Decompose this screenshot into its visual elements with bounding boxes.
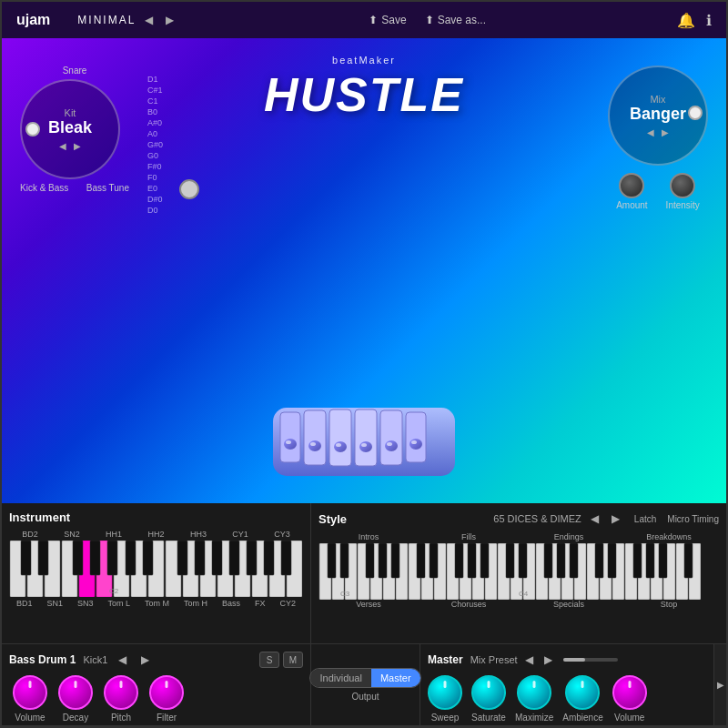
note-f0: F0 xyxy=(147,173,163,182)
kit-prev-btn[interactable]: ◀ xyxy=(59,141,66,151)
output-toggle: Individual Master xyxy=(309,668,420,688)
master-toggle[interactable]: Master xyxy=(371,669,420,687)
mix-next-btn[interactable]: ▶ xyxy=(662,127,669,137)
svg-rect-2 xyxy=(304,410,326,465)
preset-next-btn[interactable]: ▶ xyxy=(162,12,177,28)
filter-knob-label: Filter xyxy=(157,713,177,723)
bass-tune-slider[interactable] xyxy=(179,179,199,199)
sweep-knob-unit: Sweep xyxy=(428,675,462,723)
style-bottom-labels: Verses Choruses Specials Stop xyxy=(318,600,719,609)
svg-text:C3: C3 xyxy=(340,590,350,598)
mix-prev-btn[interactable]: ◀ xyxy=(647,127,654,137)
mix-preset-next-btn[interactable]: ▶ xyxy=(541,652,556,668)
kit-next-btn[interactable]: ▶ xyxy=(74,141,81,151)
inst-label-sn2: SN2 xyxy=(64,530,80,539)
master-volume-knob[interactable] xyxy=(612,675,647,710)
saturate-label: Saturate xyxy=(471,713,506,723)
decay-knob[interactable] xyxy=(58,675,93,710)
sweep-knob[interactable] xyxy=(428,675,462,710)
note-ds0: D#0 xyxy=(147,195,163,204)
mix-value: Banger xyxy=(630,105,686,124)
m-button[interactable]: M xyxy=(283,652,303,668)
bass-drum-title: Bass Drum 1 xyxy=(9,653,76,666)
style-prev-btn[interactable]: ◀ xyxy=(587,511,602,527)
master-title: Master xyxy=(428,653,463,666)
svg-point-7 xyxy=(284,439,297,450)
svg-rect-5 xyxy=(380,410,402,465)
instrument-piano-svg: C2 xyxy=(9,541,302,597)
logo: ujam xyxy=(16,12,50,28)
notification-icon[interactable]: 🔔 xyxy=(677,12,695,29)
svg-rect-84 xyxy=(379,543,387,578)
mix-preset-prev-btn[interactable]: ◀ xyxy=(521,652,537,668)
ambience-knob-unit: Ambience xyxy=(562,675,602,723)
kick-preset-name: Kick1 xyxy=(83,654,107,665)
svg-rect-85 xyxy=(391,543,399,578)
pitch-knob-label: Pitch xyxy=(111,713,131,723)
svg-rect-90 xyxy=(480,543,489,578)
note-d0: D0 xyxy=(147,206,163,215)
mix-preset-label: Mix Preset xyxy=(470,654,518,665)
svg-rect-3 xyxy=(329,410,351,466)
scroll-up-arrow[interactable]: ▶ xyxy=(715,678,726,692)
s-button[interactable]: S xyxy=(259,652,279,668)
saturate-knob[interactable] xyxy=(471,675,506,710)
svg-rect-48 xyxy=(264,541,274,575)
note-fs0: F#0 xyxy=(147,162,163,171)
instrument-bottom-labels: BD1 SN1 SN3 Tom L Tom M Tom H Bass FX CY… xyxy=(9,599,303,608)
bass-drum-header: Bass Drum 1 Kick1 ◀ ▶ S M xyxy=(9,652,303,668)
master-volume-knob-unit: Volume xyxy=(612,675,647,723)
top-bar-center: ⬆ Save ⬆ Save as... xyxy=(177,14,677,26)
note-cs1: C#1 xyxy=(147,86,163,95)
preset-nav: MINIMAL ◀ ▶ xyxy=(77,12,177,28)
style-intros: Intros xyxy=(318,532,419,541)
master-header: Master Mix Preset ◀ ▶ xyxy=(428,652,706,668)
svg-rect-39 xyxy=(90,541,100,575)
save-button[interactable]: ⬆ Save xyxy=(369,14,406,26)
svg-rect-92 xyxy=(519,543,527,578)
svg-rect-49 xyxy=(281,541,291,575)
synth-area: beatMaker HUSTLE xyxy=(2,38,726,503)
kit-arrows: ◀ ▶ xyxy=(59,141,81,151)
svg-rect-100 xyxy=(659,543,667,578)
inst-label-tomh: Tom H xyxy=(184,599,207,608)
preset-prev-btn[interactable]: ◀ xyxy=(141,12,157,28)
kit-label: Kit xyxy=(65,107,76,118)
right-knob-dot xyxy=(688,106,703,120)
maximize-knob[interactable] xyxy=(517,675,551,710)
ambience-knob[interactable] xyxy=(565,675,600,710)
info-icon[interactable]: ℹ xyxy=(706,12,712,29)
master-section: Master Mix Preset ◀ ▶ Sweep xyxy=(420,644,713,725)
style-next-btn[interactable]: ▶ xyxy=(608,511,623,527)
svg-rect-45 xyxy=(212,541,222,575)
svg-rect-81 xyxy=(328,543,336,578)
sweep-label: Sweep xyxy=(431,713,460,723)
inst-label-bd1: BD1 xyxy=(16,599,33,608)
note-d1: D1 xyxy=(147,75,163,84)
note-as0: A#0 xyxy=(147,118,163,127)
scroll-section: ▶ xyxy=(713,644,726,725)
intensity-knob[interactable] xyxy=(670,173,695,198)
svg-rect-93 xyxy=(544,543,552,578)
inst-label-sn3: SN3 xyxy=(77,599,94,608)
inst-label-fx: FX xyxy=(255,599,266,608)
svg-text:C2: C2 xyxy=(109,587,119,595)
maximize-knob-unit: Maximize xyxy=(515,675,553,723)
style-piano[interactable]: C3 C4 xyxy=(318,543,719,600)
instrument-piano[interactable]: C2 xyxy=(9,541,303,597)
volume-knob[interactable] xyxy=(13,675,47,710)
volume-knob-label: Volume xyxy=(15,713,45,723)
inst-label-cy1: CY1 xyxy=(232,530,248,539)
teeth-image xyxy=(264,394,464,494)
pitch-knob[interactable] xyxy=(104,675,138,710)
filter-knob[interactable] xyxy=(149,675,184,710)
ambience-label: Ambience xyxy=(562,713,602,723)
save-as-button[interactable]: ⬆ Save as... xyxy=(425,14,486,26)
svg-point-18 xyxy=(411,440,417,444)
amount-knob[interactable] xyxy=(619,173,644,198)
instrument-style-row: Instrument BD2 SN2 HH1 HH2 HH3 CY1 CY3 xyxy=(2,503,726,644)
kick-prev-btn[interactable]: ◀ xyxy=(115,652,130,668)
individual-toggle[interactable]: Individual xyxy=(310,669,370,687)
inst-label-hh3: HH3 xyxy=(190,530,207,539)
kick-next-btn[interactable]: ▶ xyxy=(137,652,153,668)
